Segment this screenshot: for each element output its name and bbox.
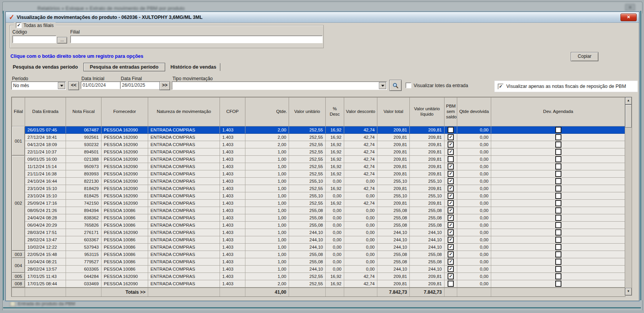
- table-row[interactable]: 04/12/24 18:09930232PESSOA 162090ENTRADA…: [12, 141, 625, 148]
- cell-forn[interactable]: PESSOA 10086: [101, 266, 148, 273]
- col-header-vdesc[interactable]: Valor desconto: [344, 98, 377, 126]
- dev-agendada-checkbox[interactable]: [555, 281, 561, 287]
- dev-agendada-checkbox[interactable]: [555, 229, 561, 236]
- col-header-pbm[interactable]: PBM sem saldo: [445, 98, 457, 126]
- cell-vtotal[interactable]: 255,10: [377, 192, 410, 200]
- filial-input[interactable]: [70, 35, 323, 43]
- cell-vdesc[interactable]: 42,74: [344, 273, 377, 280]
- cell-nat[interactable]: ENTRADA COMPRAS: [148, 141, 220, 148]
- dev-agendada-checkbox[interactable]: [555, 222, 561, 228]
- table-row[interactable]: 24/10/24 16:44822130PESSOA 162090ENTRADA…: [12, 178, 625, 185]
- pbm-sem-saldo-checkbox[interactable]: [448, 127, 454, 133]
- cell-data[interactable]: 09/01/25 16:00: [25, 156, 66, 163]
- cell-qtde[interactable]: 2,00: [245, 134, 289, 141]
- cell-qtde[interactable]: 2,00: [245, 280, 289, 288]
- cell-devag[interactable]: [491, 266, 625, 273]
- cell-devag[interactable]: [491, 214, 625, 222]
- dev-agendada-checkbox[interactable]: [555, 237, 561, 243]
- cell-vuliq[interactable]: 209,81: [410, 185, 445, 192]
- cell-qtde[interactable]: 1,00: [245, 266, 289, 273]
- cell-forn[interactable]: PESSOA 10086: [101, 207, 148, 214]
- dev-agendada-checkbox[interactable]: [555, 127, 561, 133]
- cell-data[interactable]: 17/01/25 08:44: [25, 280, 66, 288]
- dev-agendada-checkbox[interactable]: [555, 251, 561, 257]
- cell-cfop[interactable]: 1.403: [220, 222, 245, 229]
- dev-agendada-checkbox[interactable]: [555, 244, 561, 250]
- cell-vdesc[interactable]: 0,00: [344, 214, 377, 222]
- cell-cfop[interactable]: 1.403: [220, 163, 245, 170]
- cell-vu[interactable]: 252,55: [289, 126, 326, 134]
- col-header-vuliq[interactable]: Valor unitário líquido: [410, 98, 445, 126]
- cell-vdesc[interactable]: 0,00: [344, 192, 377, 200]
- cell-devag[interactable]: [491, 134, 625, 141]
- cell-pbm[interactable]: ✓: [445, 236, 457, 244]
- cell-vu[interactable]: 255,10: [289, 178, 326, 185]
- cell-desc[interactable]: 16,92: [326, 126, 344, 134]
- cell-cfop[interactable]: 1.403: [220, 156, 245, 163]
- cell-qdev[interactable]: 0,00: [457, 156, 491, 163]
- cell-forn[interactable]: PESSOA 10086: [101, 222, 148, 229]
- col-header-qdev[interactable]: Qtde devolvida: [457, 98, 491, 126]
- scrollbar-thumb[interactable]: [625, 104, 632, 128]
- cell-pbm[interactable]: ✓: [445, 200, 457, 207]
- cell-devag[interactable]: [491, 148, 625, 156]
- pbm-sem-saldo-checkbox[interactable]: [448, 156, 454, 162]
- cell-qtde[interactable]: 1,00: [245, 192, 289, 200]
- pbm-sem-saldo-checkbox[interactable]: [448, 281, 454, 287]
- cell-cfop[interactable]: 1.403: [220, 236, 245, 244]
- cell-forn[interactable]: PESSOA 10086: [101, 258, 148, 266]
- table-row[interactable]: 00517/01/25 11:43044284PESSOA 162090ENTR…: [12, 273, 625, 280]
- cell-cfop[interactable]: 1.403: [220, 134, 245, 141]
- cell-cfop[interactable]: 1.403: [220, 258, 245, 266]
- cell-cfop[interactable]: 1.403: [220, 251, 245, 258]
- table-row[interactable]: 00322/05/24 15:48953115PESSOA 10086ENTRA…: [12, 251, 625, 258]
- table-row[interactable]: 06/04/24 20:29765826PESSOA 10086ENTRADA …: [12, 222, 625, 229]
- codigo-input[interactable]: [12, 35, 56, 43]
- col-header-nf[interactable]: Nota Fiscal: [66, 98, 101, 126]
- cell-qtde[interactable]: 1,00: [245, 273, 289, 280]
- cell-nat[interactable]: ENTRADA COMPRAS: [148, 156, 220, 163]
- cell-devag[interactable]: [491, 126, 625, 134]
- cell-qtde[interactable]: 2,00: [245, 141, 289, 148]
- table-row[interactable]: 00126/01/25 07:45067487PESSOA 162090ENTR…: [12, 126, 625, 134]
- pbm-sem-saldo-checkbox[interactable]: ✓: [448, 229, 454, 236]
- col-header-desc[interactable]: % Desc: [326, 98, 344, 126]
- cell-forn[interactable]: PESSOA 162090: [101, 156, 148, 163]
- cell-vuliq[interactable]: 244,10: [410, 236, 445, 244]
- cell-qtde[interactable]: 1,00: [245, 170, 289, 178]
- cell-qtde[interactable]: 1,00: [245, 236, 289, 244]
- cell-desc[interactable]: 16,92: [326, 134, 344, 141]
- pbm-sem-saldo-checkbox[interactable]: ✓: [448, 185, 454, 192]
- cell-vdesc[interactable]: 42,74: [344, 126, 377, 134]
- cell-nf[interactable]: 992561: [66, 134, 101, 141]
- cell-qtde[interactable]: 1,00: [245, 163, 289, 170]
- cell-devag[interactable]: [491, 236, 625, 244]
- cell-devag[interactable]: [491, 192, 625, 200]
- cell-pbm[interactable]: [445, 126, 457, 134]
- cell-vu[interactable]: 244,10: [289, 266, 326, 273]
- dev-agendada-checkbox[interactable]: [555, 178, 561, 184]
- cell-vtotal[interactable]: 244,10: [377, 266, 410, 273]
- cell-cfop[interactable]: 1.403: [220, 207, 245, 214]
- pbm-sem-saldo-checkbox[interactable]: ✓: [448, 237, 454, 243]
- cell-vdesc[interactable]: 42,74: [344, 163, 377, 170]
- tab-2[interactable]: Pesquisa de entradas período: [83, 63, 165, 71]
- cell-nf[interactable]: 276171: [66, 229, 101, 236]
- pbm-sem-saldo-checkbox[interactable]: ✓: [448, 207, 454, 214]
- cell-vtotal[interactable]: 209,81: [377, 200, 410, 207]
- cell-nf[interactable]: 818429: [66, 185, 101, 192]
- cell-nf[interactable]: 894501: [66, 148, 101, 156]
- cell-vu[interactable]: 255,08: [289, 222, 326, 229]
- cell-vu[interactable]: 255,08: [289, 214, 326, 222]
- cell-data[interactable]: 27/12/24 18:41: [25, 134, 66, 141]
- cell-vdesc[interactable]: 0,00: [344, 244, 377, 251]
- cell-vu[interactable]: 255,08: [289, 207, 326, 214]
- cell-qtde[interactable]: 1,00: [245, 178, 289, 185]
- cell-data[interactable]: 23/10/24 15:10: [25, 192, 66, 200]
- cell-data[interactable]: 22/05/24 15:48: [25, 251, 66, 258]
- cell-nat[interactable]: ENTRADA COMPRAS: [148, 178, 220, 185]
- dev-agendada-checkbox[interactable]: [555, 185, 561, 192]
- cell-forn[interactable]: PESSOA 162090: [101, 134, 148, 141]
- cell-pbm[interactable]: ✓: [445, 207, 457, 214]
- cell-nat[interactable]: ENTRADA COMPRAS: [148, 280, 220, 288]
